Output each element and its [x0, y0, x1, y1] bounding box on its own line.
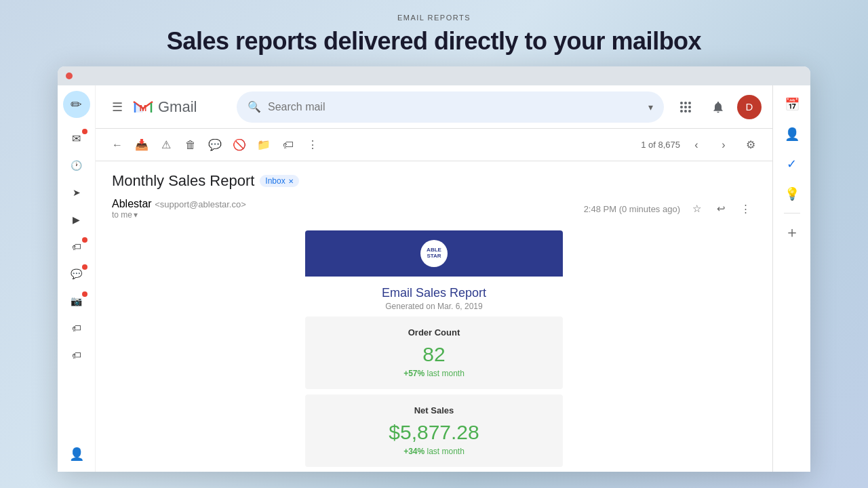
sidebar-item-labels[interactable]: 🏷	[63, 316, 90, 340]
sidebar-avatar[interactable]: 👤	[63, 442, 90, 466]
svg-point-5	[680, 106, 683, 108]
eyebrow-label: EMAIL REPORTS	[167, 14, 701, 22]
sidebar-item-snooze[interactable]: 🕐	[63, 153, 90, 178]
to-me-label: to me	[112, 210, 132, 220]
sender-email: <support@ablestar.co>	[155, 199, 246, 209]
ablestar-logo: ABLESTAR	[420, 240, 448, 267]
sidebar-item-mail[interactable]: ✉	[63, 126, 90, 150]
labels-icon: 🏷	[72, 323, 81, 333]
email-body-area: Monthly Sales Report Inbox ✕ Ablestar <s…	[112, 172, 756, 461]
gmail-search-bar[interactable]: 🔍 ▾	[237, 92, 664, 123]
back-button[interactable]: ←	[106, 134, 128, 156]
sidebar-item-drafts[interactable]: ▶	[63, 207, 90, 232]
mail-icon: ✉	[72, 132, 81, 145]
archive-icon[interactable]: 📥	[131, 134, 153, 156]
user-avatar[interactable]: D	[737, 95, 762, 119]
right-panel-tasks[interactable]: ✓	[778, 150, 806, 178]
search-input[interactable]	[268, 101, 642, 113]
order-count-change: +57% last month	[319, 369, 549, 378]
more-options-button[interactable]: ⋮	[734, 198, 756, 220]
email-meta: Ablestar <support@ablestar.co> to me ▾ 2…	[112, 198, 756, 220]
to-me-button[interactable]: to me ▾	[112, 210, 246, 220]
svg-point-7	[688, 106, 691, 108]
hamburger-menu-icon[interactable]: ☰	[106, 94, 128, 120]
pagination: 1 of 8,675 ‹ › ⚙	[641, 134, 762, 156]
page-headline: Sales reports delivered directly to your…	[167, 27, 701, 56]
net-sales-card: Net Sales $5,877.28 +34% last month	[305, 394, 563, 467]
move-icon[interactable]: 📁	[253, 134, 275, 156]
email-report: ABLESTAR Email Sales Report Generated on…	[305, 230, 563, 472]
delete-icon[interactable]: 🗑	[180, 134, 201, 156]
badge-remove-button[interactable]: ✕	[288, 178, 294, 185]
google-apps-icon[interactable]	[672, 94, 699, 121]
report-generated: Generated on Mar. 6, 2019	[305, 302, 563, 311]
svg-text:M: M	[140, 103, 147, 113]
inbox-badge-label: Inbox	[265, 176, 285, 186]
spam-icon[interactable]: ⚠	[155, 134, 177, 156]
order-count-card: Order Count 82 +57% last month	[305, 317, 563, 389]
email-subject-line: Monthly Sales Report Inbox ✕	[112, 172, 756, 190]
email-content: Monthly Sales Report Inbox ✕ Ablestar <s…	[96, 161, 772, 472]
right-panel-contacts[interactable]: 👤	[778, 121, 806, 148]
more-icon[interactable]: ⋮	[302, 134, 323, 156]
chat-toolbar-icon[interactable]: 💬	[204, 134, 226, 156]
right-panel-calendar[interactable]: 📅	[778, 91, 806, 118]
svg-point-4	[688, 102, 691, 104]
to-dropdown-icon: ▾	[134, 210, 138, 220]
email-subject: Monthly Sales Report	[112, 172, 254, 190]
svg-point-6	[684, 106, 687, 108]
right-panel-keep[interactable]: 💡	[778, 180, 806, 207]
order-count-label: Order Count	[319, 327, 549, 338]
search-icon: 🔍	[248, 100, 261, 113]
sender-name: Ablestar	[112, 198, 152, 209]
chat-icon: 💬	[71, 268, 82, 279]
gmail-m-logo: M	[132, 98, 154, 117]
block-icon[interactable]: 🚫	[229, 134, 250, 156]
gmail-container: ✏ ✉ 🕐 ➤ ▶ 🏷 💬 📷	[58, 85, 810, 472]
browser-topbar	[58, 66, 810, 85]
gmail-main: ☰ M Gmail 🔍 ▾	[96, 85, 772, 472]
label1-badge	[82, 237, 87, 243]
sidebar-item-sent[interactable]: ➤	[63, 180, 90, 205]
video-icon: 📷	[71, 296, 82, 306]
email-timestamp: 2:48 PM (0 minutes ago)	[584, 204, 680, 214]
svg-point-9	[684, 110, 687, 113]
next-email-button[interactable]: ›	[713, 134, 734, 156]
sidebar-item-tags[interactable]: 🏷	[63, 343, 90, 367]
order-count-value: 82	[319, 343, 549, 366]
sidebar-item-label1[interactable]: 🏷	[63, 235, 90, 259]
email-timestamp-area: 2:48 PM (0 minutes ago) ☆ ↩ ⋮	[584, 198, 756, 220]
settings-icon[interactable]: ⚙	[740, 134, 762, 156]
tags-icon: 🏷	[72, 350, 81, 361]
net-sales-change: +34% last month	[319, 447, 549, 456]
svg-point-2	[680, 102, 683, 104]
gmail-sidebar: ✏ ✉ 🕐 ➤ ▶ 🏷 💬 📷	[58, 85, 96, 472]
chat-badge	[82, 264, 87, 270]
gmail-title: Gmail	[158, 98, 197, 116]
inbox-badge: Inbox ✕	[260, 175, 298, 187]
pagination-text: 1 of 8,675	[641, 140, 680, 150]
star-button[interactable]: ☆	[686, 198, 707, 220]
sidebar-account[interactable]: 👤	[63, 442, 90, 466]
drafts-icon: ▶	[73, 214, 80, 225]
browser-window: ✏ ✉ 🕐 ➤ ▶ 🏷 💬 📷	[58, 66, 810, 472]
gmail-right-panel: 📅 👤 ✓ 💡 ＋	[772, 85, 810, 472]
net-sales-value: $5,877.28	[319, 421, 549, 444]
sidebar-item-chat[interactable]: 💬	[63, 262, 90, 286]
reply-button[interactable]: ↩	[710, 198, 732, 220]
notifications-icon[interactable]	[705, 94, 732, 121]
compose-button[interactable]: ✏	[63, 91, 90, 118]
svg-point-3	[684, 102, 687, 104]
right-panel-add[interactable]: ＋	[778, 219, 806, 246]
sidebar-item-video[interactable]: 📷	[63, 289, 90, 313]
email-toolbar: ← 📥 ⚠ 🗑 💬 🚫 📁 🏷 ⋮ 1 of 8,675 ‹ › ⚙	[96, 129, 772, 161]
prev-email-button[interactable]: ‹	[686, 134, 707, 156]
email-action-icons: ☆ ↩ ⋮	[686, 198, 756, 220]
label-toolbar-icon[interactable]: 🏷	[277, 134, 299, 156]
svg-point-10	[688, 110, 691, 113]
search-dropdown-icon[interactable]: ▾	[648, 102, 653, 113]
net-sales-percent: +34%	[403, 447, 425, 456]
right-panel-divider	[784, 213, 800, 214]
clock-icon: 🕐	[71, 160, 82, 171]
sent-icon: ➤	[73, 187, 81, 198]
